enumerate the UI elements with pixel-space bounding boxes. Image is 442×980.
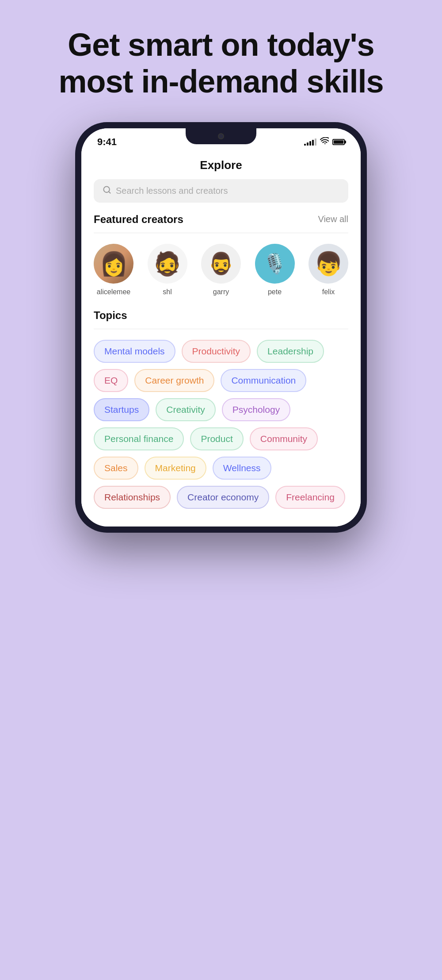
signal-icon <box>304 138 316 146</box>
creator-name-felix: felix <box>322 288 335 296</box>
topic-tag-wellness[interactable]: Wellness <box>213 457 271 480</box>
hero-section: Get smart on today's most in-demand skil… <box>0 0 442 122</box>
topic-tag-community[interactable]: Community <box>250 427 318 450</box>
phone-notch <box>186 128 256 144</box>
creator-name-alicelemee: alicelemee <box>97 288 130 296</box>
explore-header: Explore <box>81 151 361 179</box>
search-placeholder: Search lessons and creators <box>116 186 228 196</box>
topic-tag-creator-economy[interactable]: Creator economy <box>177 486 269 509</box>
topic-tag-psychology[interactable]: Psychology <box>222 398 290 421</box>
topic-tag-startups[interactable]: Startups <box>94 398 149 421</box>
avatar-shl <box>148 244 187 284</box>
phone-content: Explore Search lessons and creators Feat… <box>81 151 361 527</box>
svg-line-2 <box>109 191 110 193</box>
camera <box>218 133 224 139</box>
search-icon <box>103 185 111 196</box>
avatar-garry <box>201 244 241 284</box>
topics-header: Topics <box>94 309 348 329</box>
topic-tag-product[interactable]: Product <box>190 427 243 450</box>
status-bar: 9:41 <box>81 128 361 151</box>
creator-item[interactable]: pete <box>255 244 295 296</box>
avatar-pete <box>255 244 295 284</box>
topic-tag-mental-models[interactable]: Mental models <box>94 340 175 363</box>
battery-icon <box>332 139 345 145</box>
search-bar[interactable]: Search lessons and creators <box>94 179 348 203</box>
section-header-creators: Featured creators View all <box>94 213 348 233</box>
creator-name-shl: shl <box>163 288 171 296</box>
featured-creators-title: Featured creators <box>94 213 183 226</box>
svg-point-0 <box>324 143 326 145</box>
topic-tag-personal-finance[interactable]: Personal finance <box>94 427 184 450</box>
topic-tag-communication[interactable]: Communication <box>221 369 306 392</box>
status-icons <box>304 137 345 146</box>
avatar-alicelemee <box>94 244 133 284</box>
topics-grid: Mental models Productivity Leadership EQ… <box>94 340 348 509</box>
creators-row: alicelemee shl garry pete <box>94 244 348 309</box>
topic-tag-productivity[interactable]: Productivity <box>182 340 251 363</box>
topic-tag-career-growth[interactable]: Career growth <box>134 369 214 392</box>
status-time: 9:41 <box>97 136 117 148</box>
creator-item[interactable]: garry <box>201 244 241 296</box>
wifi-icon <box>320 137 329 146</box>
search-container: Search lessons and creators <box>81 179 361 213</box>
creator-name-garry: garry <box>213 288 229 296</box>
hero-title: Get smart on today's most in-demand skil… <box>44 27 398 100</box>
topic-tag-eq[interactable]: EQ <box>94 369 128 392</box>
avatar-felix <box>309 244 348 284</box>
topics-section: Topics Mental models Productivity Leader… <box>81 309 361 527</box>
phone-frame: 9:41 <box>75 122 367 533</box>
featured-creators-section: Featured creators View all alicelemee sh… <box>81 213 361 309</box>
topics-title: Topics <box>94 309 127 321</box>
creator-item[interactable]: felix <box>309 244 348 296</box>
topic-tag-relationships[interactable]: Relationships <box>94 486 171 509</box>
creator-name-pete: pete <box>268 288 282 296</box>
topic-tag-sales[interactable]: Sales <box>94 457 138 480</box>
topic-tag-freelancing[interactable]: Freelancing <box>275 486 345 509</box>
topic-tag-marketing[interactable]: Marketing <box>145 457 206 480</box>
topic-tag-leadership[interactable]: Leadership <box>257 340 324 363</box>
creator-item[interactable]: alicelemee <box>94 244 133 296</box>
creator-item[interactable]: shl <box>148 244 187 296</box>
phone-screen: 9:41 <box>81 128 361 527</box>
view-all-button[interactable]: View all <box>318 214 348 224</box>
topic-tag-creativity[interactable]: Creativity <box>156 398 216 421</box>
explore-title: Explore <box>200 158 242 172</box>
